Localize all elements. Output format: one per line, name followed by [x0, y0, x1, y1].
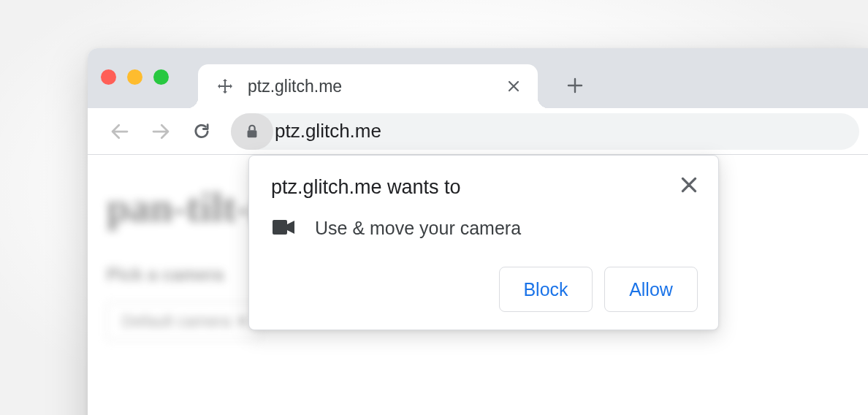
permission-item-text: Use & move your camera	[315, 218, 521, 239]
close-icon	[681, 177, 697, 193]
forward-button[interactable]	[142, 113, 180, 151]
permission-prompt: ptz.glitch.me wants to Use & move your c…	[248, 155, 719, 330]
select-value: Default camera	[122, 312, 231, 331]
url-text: ptz.glitch.me	[275, 120, 381, 142]
window-close-button[interactable]	[101, 69, 116, 85]
permission-close-button[interactable]	[674, 170, 704, 199]
svg-rect-0	[248, 130, 257, 137]
lock-icon	[244, 123, 260, 140]
browser-tab[interactable]: ptz.glitch.me	[198, 64, 538, 108]
permission-actions: Block Allow	[271, 267, 698, 312]
address-bar[interactable]: ptz.glitch.me	[231, 113, 859, 150]
window-controls	[101, 69, 169, 85]
videocam-icon	[273, 218, 294, 239]
allow-button[interactable]: Allow	[604, 267, 698, 312]
permission-item: Use & move your camera	[271, 218, 698, 239]
window-zoom-button[interactable]	[153, 69, 169, 85]
tab-strip: ptz.glitch.me	[88, 48, 868, 108]
chevron-down-icon: ▾	[238, 312, 246, 331]
block-button[interactable]: Block	[499, 267, 593, 312]
toolbar: ptz.glitch.me	[88, 108, 868, 155]
tab-favicon	[216, 77, 235, 96]
back-button[interactable]	[101, 113, 139, 151]
window-minimize-button[interactable]	[127, 69, 142, 85]
site-info-button[interactable]	[231, 113, 273, 150]
permission-title: ptz.glitch.me wants to	[271, 176, 698, 199]
reload-button[interactable]	[183, 113, 221, 151]
tab-close-button[interactable]	[504, 77, 523, 96]
svg-rect-1	[273, 220, 287, 235]
tab-title: ptz.glitch.me	[248, 77, 504, 96]
new-tab-button[interactable]	[557, 67, 593, 104]
camera-select[interactable]: Default camera ▾	[107, 302, 262, 340]
